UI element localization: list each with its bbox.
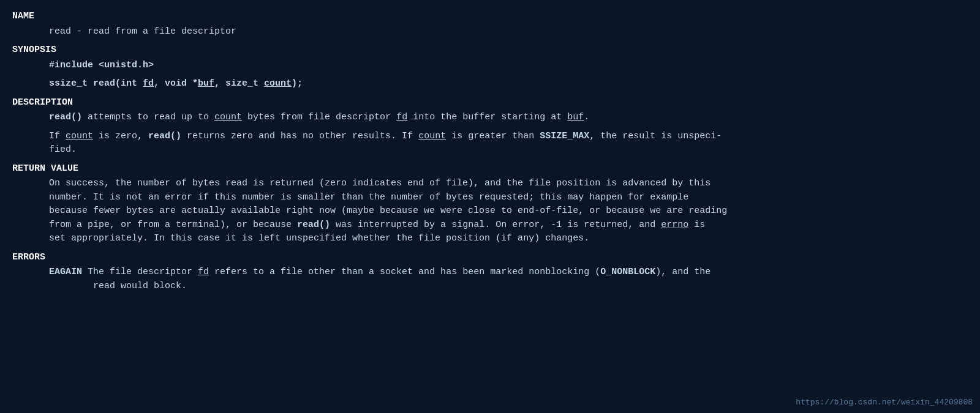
errors-section: ERRORS EAGAIN The file descriptor fd ref… — [12, 251, 968, 294]
count-ref2: count — [66, 131, 93, 141]
name-text: read - read from a file descriptor — [49, 26, 236, 37]
fd-ref2: fd — [198, 267, 209, 277]
synopsis-label: SYNOPSIS — [12, 45, 56, 55]
return-value-header: RETURN VALUE — [12, 162, 968, 176]
name-header: NAME — [12, 10, 968, 24]
return-para1: On success, the number of bytes read is … — [49, 177, 968, 246]
return-value-content: On success, the number of bytes read is … — [12, 177, 968, 246]
eagain-entry: EAGAIN The file descriptor fd refers to … — [49, 266, 968, 293]
description-header: DESCRIPTION — [12, 96, 968, 110]
description-section: DESCRIPTION read() attempts to read up t… — [12, 96, 968, 157]
synopsis-section: SYNOPSIS #include <unistd.h> ssize_t rea… — [12, 43, 968, 91]
count-ref1: count — [214, 112, 242, 122]
eagain-label: EAGAIN — [49, 267, 82, 277]
errors-content: EAGAIN The file descriptor fd refers to … — [12, 266, 968, 293]
description-para1: read() attempts to read up to count byte… — [49, 111, 968, 125]
synopsis-include: #include <unistd.h> — [49, 59, 968, 73]
return-value-label: RETURN VALUE — [12, 163, 78, 174]
fd-ref1: fd — [396, 112, 407, 122]
include-text: #include <unistd.h> — [49, 60, 154, 70]
read-func1: read() — [49, 112, 82, 122]
name-content: read - read from a file descriptor — [12, 25, 968, 39]
description-content: read() attempts to read up to count byte… — [12, 111, 968, 157]
name-section: NAME read - read from a file descriptor — [12, 10, 968, 39]
description-label: DESCRIPTION — [12, 97, 73, 108]
count-ref3: count — [418, 131, 446, 141]
buf-ref1: buf — [567, 112, 584, 122]
errors-header: ERRORS — [12, 251, 968, 265]
return-value-section: RETURN VALUE On success, the number of b… — [12, 162, 968, 246]
synopsis-header: SYNOPSIS — [12, 43, 968, 58]
ssize-max: SSIZE_MAX — [540, 131, 589, 141]
synopsis-signature: ssize_t read(int fd, void *buf, size_t c… — [49, 77, 968, 91]
read-func3: read() — [297, 220, 330, 230]
description-para2: If count is zero, read() returns zero an… — [49, 130, 968, 157]
synopsis-content: #include <unistd.h> ssize_t read(int fd,… — [12, 59, 968, 91]
read-func2: read() — [148, 131, 181, 141]
o-nonblock: O_NONBLOCK — [600, 267, 655, 277]
errno-ref: errno — [661, 220, 688, 230]
name-label: NAME — [12, 11, 34, 21]
signature-text: ssize_t read(int fd, void *buf, size_t c… — [49, 78, 303, 89]
watermark: https://blog.csdn.net/weixin_44209808 — [796, 396, 973, 409]
errors-label: ERRORS — [12, 252, 45, 262]
